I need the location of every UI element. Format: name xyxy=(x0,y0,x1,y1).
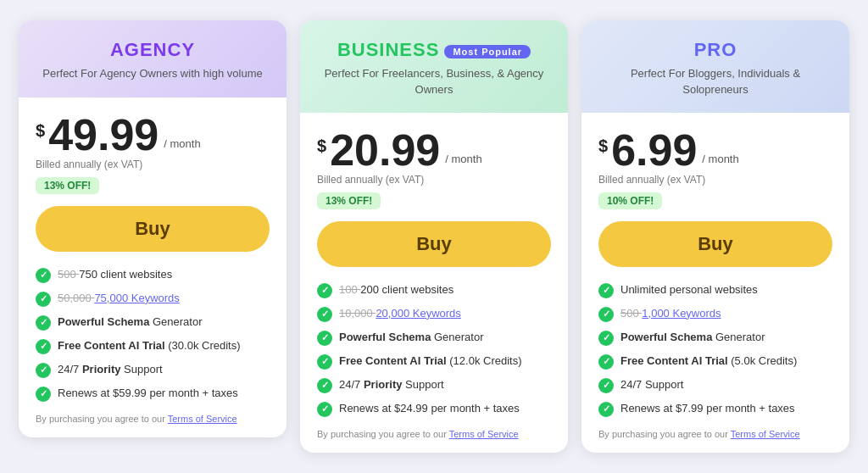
buy-button-agency[interactable]: Buy xyxy=(36,206,270,252)
discount-badge-business: 13% OFF! xyxy=(317,192,381,209)
price-amount-pro: 6.99 xyxy=(611,128,697,172)
feature-text: 500 1,000 Keywords xyxy=(620,306,721,321)
feature-keywords-link[interactable]: 1,000 Keywords xyxy=(642,307,721,320)
price-period-pro: / month xyxy=(702,153,738,165)
price-row-pro: $6.99/ month xyxy=(598,128,832,172)
feature-text: 24/7 Priority Support xyxy=(339,377,444,392)
check-icon xyxy=(317,331,332,346)
price-billed-pro: Billed annually (ex VAT) xyxy=(598,174,832,186)
feature-item: 10,000 20,000 Keywords xyxy=(317,306,551,322)
feature-item: Powerful Schema Generator xyxy=(317,330,551,346)
plan-body-agency: $49.99/ monthBilled annually (ex VAT)13%… xyxy=(19,97,287,437)
discount-badge-pro: 10% OFF! xyxy=(598,192,662,209)
features-list-agency: 500 750 client websites50,000 75,000 Key… xyxy=(36,267,270,402)
tos-link-pro[interactable]: Terms of Service xyxy=(731,429,800,439)
check-icon xyxy=(36,292,51,307)
feature-item: 24/7 Priority Support xyxy=(317,377,551,393)
check-icon xyxy=(317,283,332,298)
tos-pro: By purchasing you agree to our Terms of … xyxy=(598,429,832,439)
check-icon xyxy=(598,283,614,298)
feature-text: 50,000 75,000 Keywords xyxy=(58,291,180,306)
feature-text: 10,000 20,000 Keywords xyxy=(339,306,461,321)
pricing-container: AGENCYPerfect For Agency Owners with hig… xyxy=(19,20,849,452)
check-icon xyxy=(598,354,614,370)
price-dollar-pro: $ xyxy=(598,133,608,159)
plan-subtitle-pro: Perfect For Bloggers, Individuals & Solo… xyxy=(598,66,832,97)
check-icon xyxy=(36,363,51,378)
feature-item: Renews at $7.99 per month + taxes xyxy=(598,401,832,417)
plan-header-pro: PROPerfect For Bloggers, Individuals & S… xyxy=(581,20,849,112)
price-row-business: $20.99/ month xyxy=(317,128,551,172)
plan-name-business: BUSINESSMost Popular xyxy=(317,39,551,61)
tos-link-agency[interactable]: Terms of Service xyxy=(168,414,237,424)
feature-text: 24/7 Priority Support xyxy=(58,362,163,377)
buy-button-business[interactable]: Buy xyxy=(317,221,551,267)
feature-item: 500 1,000 Keywords xyxy=(598,306,832,322)
tos-business: By purchasing you agree to our Terms of … xyxy=(317,429,551,439)
feature-text: Renews at $7.99 per month + taxes xyxy=(620,401,795,416)
price-period-business: / month xyxy=(445,153,481,165)
feature-text: Renews at $59.99 per month + taxes xyxy=(58,386,238,401)
price-dollar-business: $ xyxy=(317,133,326,159)
feature-item: Free Content AI Trial (5.0k Credits) xyxy=(598,353,832,370)
check-icon xyxy=(598,402,614,417)
check-icon xyxy=(36,339,51,354)
feature-text: 24/7 Support xyxy=(620,377,683,392)
price-billed-agency: Billed annually (ex VAT) xyxy=(36,159,270,170)
check-icon xyxy=(36,268,51,283)
plan-body-business: $20.99/ monthBilled annually (ex VAT)13%… xyxy=(300,113,568,453)
price-billed-business: Billed annually (ex VAT) xyxy=(317,174,551,186)
feature-item: Renews at $59.99 per month + taxes xyxy=(36,386,270,402)
plan-card-business: BUSINESSMost PopularPerfect For Freelanc… xyxy=(300,20,568,452)
tos-agency: By purchasing you agree to our Terms of … xyxy=(36,414,270,424)
feature-item: 500 750 client websites xyxy=(36,267,270,283)
feature-item: 24/7 Support xyxy=(598,377,832,393)
plan-header-agency: AGENCYPerfect For Agency Owners with hig… xyxy=(19,20,287,97)
plan-header-business: BUSINESSMost PopularPerfect For Freelanc… xyxy=(300,20,568,112)
feature-text: Powerful Schema Generator xyxy=(339,330,484,345)
feature-text: Unlimited personal websites xyxy=(620,282,758,298)
check-icon xyxy=(317,354,332,370)
plan-subtitle-business: Perfect For Freelancers, Business, & Age… xyxy=(317,66,551,97)
plan-name-agency: AGENCY xyxy=(36,39,270,61)
discount-badge-agency: 13% OFF! xyxy=(36,177,99,194)
feature-keywords-link[interactable]: 75,000 Keywords xyxy=(94,292,179,304)
plan-body-pro: $6.99/ monthBilled annually (ex VAT)10% … xyxy=(581,113,849,453)
feature-item: Free Content AI Trial (12.0k Credits) xyxy=(317,353,551,370)
check-icon xyxy=(317,402,332,417)
feature-item: Powerful Schema Generator xyxy=(598,330,832,346)
buy-button-pro[interactable]: Buy xyxy=(598,221,832,267)
price-period-agency: / month xyxy=(164,137,200,150)
feature-item: Powerful Schema Generator xyxy=(36,314,270,331)
feature-text: 100 200 client websites xyxy=(339,282,453,298)
price-dollar-agency: $ xyxy=(36,118,45,143)
feature-item: 50,000 75,000 Keywords xyxy=(36,291,270,307)
tos-link-business[interactable]: Terms of Service xyxy=(449,429,519,439)
feature-text: Free Content AI Trial (5.0k Credits) xyxy=(620,353,797,369)
plan-subtitle-agency: Perfect For Agency Owners with high volu… xyxy=(36,66,270,81)
most-popular-badge: Most Popular xyxy=(444,45,531,58)
feature-text: Powerful Schema Generator xyxy=(620,330,765,345)
price-amount-business: 20.99 xyxy=(330,128,440,172)
check-icon xyxy=(36,315,51,331)
feature-text: Free Content AI Trial (30.0k Credits) xyxy=(58,338,241,353)
feature-text: Renews at $24.99 per month + taxes xyxy=(339,401,520,416)
feature-item: Renews at $24.99 per month + taxes xyxy=(317,401,551,417)
check-icon xyxy=(317,378,332,393)
feature-text: Free Content AI Trial (12.0k Credits) xyxy=(339,353,522,369)
plan-card-agency: AGENCYPerfect For Agency Owners with hig… xyxy=(19,20,287,437)
feature-item: 24/7 Priority Support xyxy=(36,362,270,378)
price-row-agency: $49.99/ month xyxy=(36,113,270,157)
check-icon xyxy=(36,387,51,402)
check-icon xyxy=(317,307,332,322)
feature-item: Unlimited personal websites xyxy=(598,282,832,298)
feature-item: 100 200 client websites xyxy=(317,282,551,298)
features-list-business: 100 200 client websites10,000 20,000 Key… xyxy=(317,282,551,417)
check-icon xyxy=(598,378,614,393)
features-list-pro: Unlimited personal websites500 1,000 Key… xyxy=(598,282,832,417)
price-amount-agency: 49.99 xyxy=(48,113,159,157)
feature-item: Free Content AI Trial (30.0k Credits) xyxy=(36,338,270,354)
feature-keywords-link[interactable]: 20,000 Keywords xyxy=(376,307,460,320)
feature-text: 500 750 client websites xyxy=(58,267,172,282)
check-icon xyxy=(598,307,614,322)
